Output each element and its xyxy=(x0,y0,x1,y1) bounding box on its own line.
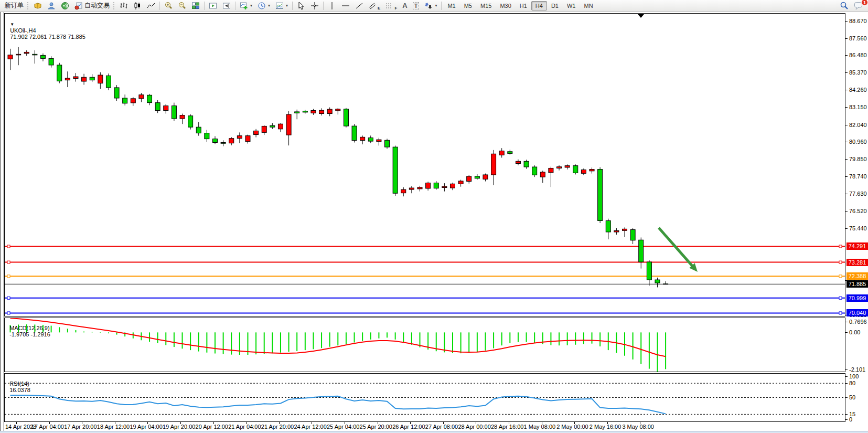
chart-shift-marker[interactable] xyxy=(638,14,644,18)
rsi-tick-label: 80 xyxy=(849,380,855,386)
price-tick-label: 84.260 xyxy=(849,87,867,93)
navigator-button[interactable] xyxy=(45,1,58,11)
auto-trading-label: 自动交易 xyxy=(84,1,110,10)
chart-shift-icon xyxy=(222,2,231,10)
market-watch-button[interactable] xyxy=(31,1,45,11)
market-watch-icon xyxy=(34,2,42,10)
timeframe-m15-button[interactable]: M15 xyxy=(476,1,496,10)
macd-chart[interactable] xyxy=(5,318,845,372)
main-chart-panel[interactable] xyxy=(4,13,845,316)
arrows-tool-button[interactable]: ▾ xyxy=(422,1,440,11)
candlestick-mode-button[interactable] xyxy=(131,1,144,11)
time-axis[interactable]: 14 Apr 202317 Apr 04:0017 Apr 20:0018 Ap… xyxy=(4,422,845,431)
price-tick xyxy=(845,176,848,177)
shapes-icon xyxy=(424,2,433,10)
timeframe-m1-button[interactable]: M1 xyxy=(443,1,459,10)
main-toolbar: 新订单 自动交易 ▾ ▾ xyxy=(0,0,868,12)
time-axis-label: 19 Apr 20:00 xyxy=(163,424,195,430)
macd-tick xyxy=(845,369,848,370)
price-tick xyxy=(845,142,848,142)
rsi-label: RSI(14) 16.0378 xyxy=(6,374,30,393)
text-icon: A xyxy=(402,2,407,9)
line-handle[interactable] xyxy=(7,297,10,299)
candlestick-chart[interactable] xyxy=(5,14,845,316)
zoom-in-icon xyxy=(164,2,173,10)
timeframe-m30-button[interactable]: M30 xyxy=(496,1,515,10)
line-handle[interactable] xyxy=(7,312,10,314)
periods-clock-icon xyxy=(258,2,266,10)
timeframe-mn-button[interactable]: MN xyxy=(580,1,597,10)
cursor-tool-button[interactable] xyxy=(294,1,308,11)
auto-trading-button[interactable]: 自动交易 xyxy=(72,1,112,11)
text-tool-button[interactable]: A xyxy=(400,1,410,11)
timeframe-h4-button[interactable]: H4 xyxy=(531,1,547,10)
search-button[interactable] xyxy=(837,1,851,11)
macd-panel[interactable] xyxy=(4,318,845,372)
line-handle[interactable] xyxy=(7,275,10,278)
line-handle[interactable] xyxy=(839,245,842,248)
channel-icon xyxy=(369,2,376,9)
rsi-chart[interactable] xyxy=(5,374,845,421)
chevron-down-icon: ▾ xyxy=(268,3,270,8)
timeframe-h1-button[interactable]: H1 xyxy=(516,1,531,10)
cursor-icon xyxy=(297,2,305,10)
vertical-line-tool-button[interactable] xyxy=(325,1,339,11)
equidistant-channel-tool-button[interactable]: E xyxy=(366,1,383,11)
tile-windows-button[interactable] xyxy=(189,1,202,11)
macd-tick-label: -2.101 xyxy=(849,366,865,373)
price-tick-label: 87.560 xyxy=(849,35,867,41)
time-axis-label: 21 Apr 20:00 xyxy=(261,424,294,430)
price-tick xyxy=(845,38,848,39)
trend-arrow-annotation[interactable] xyxy=(659,228,698,272)
horizontal-line-tool-button[interactable] xyxy=(339,1,352,11)
new-order-button[interactable]: 新订单 xyxy=(2,1,26,11)
macd-values: -1.9705 -1.2916 xyxy=(9,331,50,337)
signals-button[interactable] xyxy=(58,1,72,11)
line-handle[interactable] xyxy=(839,312,842,314)
line-chart-mode-button[interactable] xyxy=(144,1,158,11)
bar-chart-mode-button[interactable] xyxy=(117,1,131,11)
rsi-panel[interactable] xyxy=(4,373,845,422)
macd-tick-label: 0.00 xyxy=(849,329,860,335)
line-handle[interactable] xyxy=(7,261,10,263)
auto-scroll-button[interactable] xyxy=(206,1,220,11)
zoom-in-button[interactable] xyxy=(162,1,175,11)
horizontal-line-icon xyxy=(341,2,350,10)
chart-collapse-icon[interactable]: ▼ xyxy=(10,22,14,27)
macd-tick-label: 0.7696 xyxy=(849,319,867,325)
price-tick-label: 86.480 xyxy=(849,52,867,58)
timeframe-m5-button[interactable]: M5 xyxy=(460,1,476,10)
price-axis[interactable]: 88.67087.56086.48085.37084.26083.15082.0… xyxy=(845,12,868,423)
line-handle[interactable] xyxy=(839,261,842,263)
text-label-tool-button[interactable]: T xyxy=(410,1,422,11)
crosshair-tool-button[interactable] xyxy=(308,1,322,11)
toolbar-separator xyxy=(292,2,293,10)
time-axis-label: 19 Apr 04:00 xyxy=(130,424,162,430)
line-handle[interactable] xyxy=(7,245,10,248)
fibonacci-letter: F xyxy=(394,6,397,10)
trendline-tool-button[interactable] xyxy=(352,1,366,11)
toolbar-separator xyxy=(323,2,324,10)
notifications-button[interactable]: 1 xyxy=(851,1,866,11)
price-tick xyxy=(845,72,848,73)
timeframe-d1-button[interactable]: D1 xyxy=(547,1,563,10)
candlesticks xyxy=(8,47,668,288)
time-axis-label: 2 May 16:00 xyxy=(590,424,621,430)
price-tick xyxy=(845,90,848,90)
line-handle[interactable] xyxy=(839,297,842,299)
timeframe-group: M1M5M15M30H1H4D1W1MN xyxy=(443,1,597,10)
time-axis-label: 21 Apr 04:00 xyxy=(228,424,261,430)
macd-histogram xyxy=(10,324,666,372)
templates-button[interactable]: ▾ xyxy=(273,1,291,11)
fibonacci-tool-button[interactable]: F xyxy=(383,1,400,11)
price-flag-70.040: 70.040 xyxy=(846,309,868,316)
timeframe-w1-button[interactable]: W1 xyxy=(563,1,580,10)
zoom-out-button[interactable] xyxy=(175,1,189,11)
chevron-down-icon: ▾ xyxy=(250,3,252,8)
chart-shift-button[interactable] xyxy=(220,1,233,11)
periods-button[interactable]: ▾ xyxy=(255,1,273,11)
line-handle[interactable] xyxy=(839,275,842,278)
time-axis-label: 20 Apr 12:00 xyxy=(196,424,228,430)
zoom-out-icon xyxy=(178,2,186,10)
indicators-button[interactable]: ▾ xyxy=(237,1,255,11)
